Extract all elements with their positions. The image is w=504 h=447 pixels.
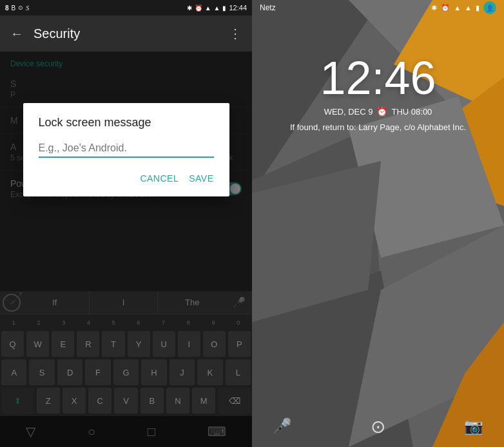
right-status-icons: ✱ ⏰ ▲ ▲ ▮ 👤 — [431, 1, 496, 14]
camera-button[interactable]: 📷 — [464, 417, 483, 435]
lock-bottom-bar: 🎤 ⊙ 📷 — [252, 406, 504, 447]
fingerprint-button[interactable]: ⊙ — [371, 416, 385, 437]
status-bar-left: 8 B ⊙ S ✱ ⏰ ▲ ▲ ▮ 12:44 — [0, 0, 252, 15]
status-bar-notifications: 8 B ⊙ S — [5, 5, 29, 12]
lock-screen-message: If found, return to: Larry Page, c/o Alp… — [252, 122, 504, 132]
bluetooth-icon: ✱ — [187, 5, 192, 12]
more-options-button[interactable]: ⋮ — [229, 26, 242, 41]
app-bar: ← Security ⋮ — [0, 15, 252, 52]
alarm-time-text: THU 08:00 — [391, 107, 432, 117]
alarm-icon-right: ⏰ — [441, 4, 450, 12]
notif-icon-4: S — [26, 5, 29, 12]
profile-icon-right: 👤 — [483, 1, 496, 14]
content-area: Device security S P M A 5 seconds after … — [0, 52, 252, 447]
back-button[interactable]: ← — [10, 26, 23, 41]
right-panel: Netz ✱ ⏰ ▲ ▲ ▮ 👤 12:46 WED, DEC 9 ⏰ THU … — [252, 0, 504, 447]
mic-button[interactable]: 🎤 — [273, 417, 292, 435]
page-title: Security — [34, 26, 218, 41]
battery-icon: ▮ — [222, 5, 226, 12]
carrier-text: Netz — [260, 3, 276, 12]
left-panel: 8 B ⊙ S ✱ ⏰ ▲ ▲ ▮ 12:44 ← Security ⋮ Dev… — [0, 0, 252, 447]
wifi-icon-right: ▲ — [465, 4, 472, 12]
notif-icon-3: ⊙ — [18, 5, 23, 11]
alarm-clock-icon: ⏰ — [376, 106, 387, 117]
lock-screen-dialog: Lock screen message CANCEL SAVE — [23, 103, 229, 196]
date-text: WED, DEC 9 — [324, 107, 373, 117]
dialog-buttons: CANCEL SAVE — [39, 171, 214, 186]
lock-screen-date: WED, DEC 9 ⏰ THU 08:00 — [252, 106, 504, 117]
lock-screen-time: 12:46 — [252, 52, 504, 104]
notif-icon-2: B — [12, 5, 16, 12]
save-button[interactable]: SAVE — [189, 171, 213, 186]
cancel-button[interactable]: CANCEL — [140, 171, 179, 186]
bt-icon-right: ✱ — [431, 4, 437, 12]
battery-icon-right: ▮ — [476, 4, 480, 12]
dialog-overlay: Lock screen message CANCEL SAVE — [0, 52, 252, 447]
status-bar-right-icons: ✱ ⏰ ▲ ▲ ▮ 12:44 — [187, 4, 247, 12]
dialog-title: Lock screen message — [39, 116, 214, 129]
signal-icon-right: ▲ — [454, 4, 461, 12]
lock-screen-background: Netz ✱ ⏰ ▲ ▲ ▮ 👤 12:46 WED, DEC 9 ⏰ THU … — [252, 0, 504, 447]
time-left: 12:44 — [229, 4, 247, 12]
lock-message-input[interactable] — [39, 140, 214, 158]
wifi-icon: ▲ — [214, 5, 220, 12]
notif-icon-1: 8 — [5, 5, 9, 12]
right-status-bar: Netz ✱ ⏰ ▲ ▲ ▮ 👤 — [252, 0, 504, 15]
signal-icon: ▲ — [205, 5, 211, 12]
alarm-icon: ⏰ — [195, 5, 202, 12]
